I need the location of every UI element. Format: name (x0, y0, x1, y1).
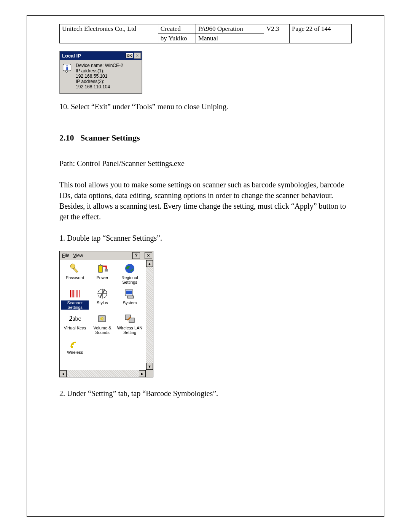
cp-password[interactable]: Password (61, 262, 89, 287)
step-2-text: 2. Under “Setting” tab, tap “Barcode Sym… (59, 388, 352, 399)
svg-rect-2 (66, 67, 68, 70)
wireless-icon (69, 338, 81, 350)
battery-plug-icon (96, 262, 108, 275)
label-wlan: Wireless LAN Setting (116, 326, 143, 335)
scroll-down-button[interactable]: ▼ (146, 363, 153, 370)
step-1-text: 1. Double tap “Scanner Settings”. (59, 233, 352, 243)
section-heading: 2.10 Scanner Settings (59, 133, 352, 143)
horizontal-scrollbar[interactable]: ◄ ► (60, 370, 153, 377)
ok-button[interactable]: OK (126, 53, 133, 58)
ip1-label: IP address(1): (76, 68, 123, 73)
menu-file[interactable]: File (62, 253, 69, 258)
menubar: File View ? × (60, 251, 153, 260)
created-line2: by Yukiko (161, 35, 187, 42)
dialog-titlebar: Local IP OK × (60, 51, 142, 60)
cp-system[interactable]: System (116, 287, 143, 312)
system-icon (124, 288, 136, 300)
ip2-value: 192.168.110.104 (76, 84, 123, 89)
label-regional: Regional Settings (116, 275, 143, 284)
label-system: System (123, 300, 137, 305)
label-power: Power (96, 275, 108, 280)
cp-virtual-keys[interactable]: 2abc Virtual Keys (61, 312, 89, 337)
close-button[interactable]: × (134, 53, 141, 59)
cp-volume[interactable]: Volume & Sounds (89, 312, 116, 337)
globe-icon (124, 262, 136, 275)
company-name: Unitech Electronics Co., Ltd (62, 25, 136, 32)
hscroll-track[interactable] (67, 370, 139, 377)
key-icon (69, 262, 81, 275)
virtual-keys-icon: 2abc (69, 313, 81, 325)
scroll-left-button[interactable]: ◄ (60, 370, 67, 377)
cp-regional[interactable]: Regional Settings (116, 262, 143, 287)
section-title: Scanner Settings (80, 133, 140, 142)
ip2-label: IP address(2): (76, 79, 123, 84)
wlan-icon (124, 313, 136, 325)
stylus-icon (96, 288, 108, 300)
help-button[interactable]: ? (132, 252, 140, 259)
scroll-track[interactable] (146, 267, 153, 363)
local-ip-dialog: Local IP OK × Device name: WinCE-2 IP ad (59, 51, 142, 94)
label-wireless: Wireless (67, 350, 83, 355)
svg-rect-7 (105, 269, 108, 272)
label-stylus: Stylus (96, 300, 108, 305)
svg-point-1 (66, 65, 68, 67)
label-volume: Volume & Sounds (89, 326, 116, 335)
label-scanner: Scanner Settings (61, 300, 89, 310)
doc-line2: Manual (198, 35, 218, 42)
scroll-up-button[interactable]: ▲ (146, 260, 153, 267)
dialog-body-text: Device name: WinCE-2 IP address(1): 192.… (73, 63, 123, 89)
cp-stylus[interactable]: Stylus (89, 287, 116, 312)
section-number: 2.10 (59, 133, 74, 142)
barcode-icon (69, 288, 81, 300)
control-panel-window: File View ? × Password (59, 251, 153, 377)
version: V2.3 (266, 25, 279, 32)
scroll-right-button[interactable]: ► (139, 370, 146, 377)
cp-wireless[interactable]: Wireless (61, 337, 89, 358)
created-line1: Created (161, 25, 181, 32)
doc-line1: PA960 Operation (198, 25, 243, 32)
step-10-text: 10. Select “Exit” under “Tools” menu to … (59, 101, 352, 112)
label-password: Password (65, 275, 84, 280)
svg-rect-4 (73, 268, 78, 273)
speaker-icon (96, 313, 108, 325)
svg-rect-23 (99, 316, 105, 322)
cp-power[interactable]: Power (89, 262, 116, 287)
cp-wlan[interactable]: Wireless LAN Setting (116, 312, 143, 337)
svg-rect-6 (100, 264, 101, 266)
icon-grid: Password Power Regional Se (60, 260, 146, 370)
svg-rect-5 (99, 265, 102, 272)
description-text: This tool allows you to make some settin… (59, 179, 352, 222)
svg-point-27 (71, 346, 73, 348)
page-number: Page 22 of 144 (292, 25, 331, 32)
path-text: Path: Control Panel/Scanner Settings.exe (59, 158, 352, 169)
svg-rect-22 (127, 296, 134, 298)
label-virtualkeys: Virtual Keys (64, 326, 87, 330)
ip1-value: 192.168.55.101 (76, 73, 123, 79)
vertical-scrollbar[interactable]: ▲ ▼ (146, 260, 153, 370)
svg-rect-21 (126, 291, 132, 294)
close-button[interactable]: × (145, 252, 152, 259)
dialog-title: Local IP (62, 53, 81, 59)
info-icon (62, 63, 73, 73)
menu-view[interactable]: View (73, 253, 83, 258)
document-header-table: Unitech Electronics Co., Ltd Created PA9… (59, 24, 352, 43)
device-name-line: Device name: WinCE-2 (76, 63, 123, 68)
cp-scanner-settings[interactable]: Scanner Settings (61, 287, 89, 312)
